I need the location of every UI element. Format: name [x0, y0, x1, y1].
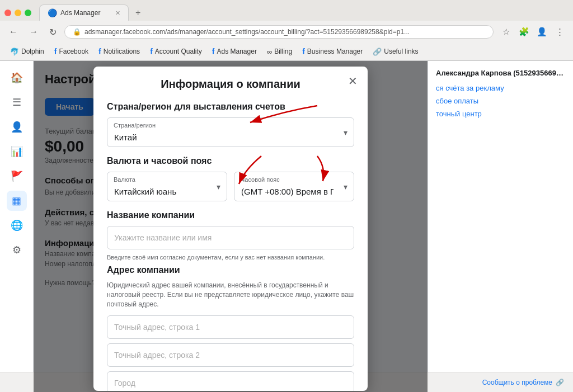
app-body: 🏠 ☰ 👤 📊 🚩 ▦ 🌐 ⚙ Настройки платежей Начат…	[0, 61, 573, 392]
right-link-3[interactable]: точный центр	[436, 110, 565, 118]
billing-icon: ∞	[267, 48, 272, 56]
bookmarks-bar: 🐬 Dolphin f Facebook f Notifications f A…	[0, 43, 573, 60]
address-section-title: Адрес компании	[107, 265, 354, 275]
sidebar: 🏠 ☰ 👤 📊 🚩 ▦ 🌐 ⚙	[0, 61, 34, 392]
bookmark-account-quality-label: Account Quality	[155, 48, 202, 55]
account-quality-icon: f	[150, 47, 153, 56]
sidebar-settings-icon[interactable]: ⚙	[7, 240, 27, 260]
currency-select-wrapper: Валюта Китайский юань ▾	[107, 172, 227, 201]
address-description: Юридический адрес вашей компании, внесён…	[107, 281, 354, 309]
tab-favicon: 🔵	[48, 8, 57, 17]
modal-overlay: Информация о компании ✕ Страна/регион дл…	[34, 61, 428, 392]
right-panel: Александра Карпова (51529356698... ся сч…	[428, 61, 573, 392]
url-bar[interactable]: 🔒 adsmanager.facebook.com/ads/manager/ac…	[64, 25, 494, 39]
extensions-icon[interactable]: 🧩	[516, 24, 532, 40]
sidebar-flag-icon[interactable]: 🚩	[7, 166, 27, 186]
window-controls	[4, 10, 31, 16]
bookmark-billing[interactable]: ∞ Billing	[262, 46, 297, 58]
timezone-select-wrapper: Часовой пояс (GMT +08:00) Время в Гонк..…	[234, 172, 354, 201]
close-window-btn[interactable]	[4, 10, 11, 16]
browser-chrome: 🔵 Ads Manager ✕ + ← → ↻ 🔒 adsmanager.fac…	[0, 0, 573, 61]
company-name-hint: Введите своё имя согласно документам, ес…	[107, 254, 354, 261]
main-content: Настройки платежей Начать Текущий баланс…	[34, 61, 428, 392]
right-link-1[interactable]: ся счёта за рекламу	[436, 84, 565, 92]
minimize-window-btn[interactable]	[15, 10, 21, 16]
url-text: adsmanager.facebook.com/ads/manager/acco…	[84, 28, 410, 36]
refresh-button[interactable]: ↻	[46, 26, 60, 39]
sidebar-billing-icon[interactable]: ▦	[7, 191, 27, 211]
toolbar-icons: ☆ 🧩 👤 ⋮	[498, 24, 567, 40]
currency-field-label: Валюта	[114, 176, 135, 183]
ads-manager-icon: f	[212, 47, 215, 56]
report-problem-link[interactable]: Сообщить о проблеме	[482, 379, 552, 386]
modal-title: Информация о компании	[107, 78, 354, 91]
address-line2-input[interactable]	[107, 343, 354, 367]
bookmark-facebook[interactable]: f Facebook	[50, 45, 93, 58]
country-select-wrapper: Страна/регион Китай ▾	[107, 117, 354, 147]
currency-section-title: Валюта и часовой пояс	[107, 156, 354, 166]
right-link-2[interactable]: сбое оплаты	[436, 97, 565, 105]
bookmark-useful-links-label: Useful links	[384, 48, 418, 55]
bookmark-dolphin[interactable]: 🐬 Dolphin	[6, 46, 49, 58]
dolphin-icon: 🐬	[10, 48, 19, 56]
facebook-icon: f	[54, 47, 57, 56]
bookmark-business-manager[interactable]: f Business Manager	[298, 45, 367, 58]
bookmark-ads-manager-label: Ads Manager	[217, 48, 257, 55]
bookmark-account-quality[interactable]: f Account Quality	[145, 45, 206, 58]
notifications-fb-icon: f	[98, 47, 101, 56]
bookmark-notifications-label: Notifications	[104, 48, 140, 55]
company-name-section-title: Название компании	[107, 210, 354, 220]
star-icon[interactable]: ☆	[498, 24, 514, 40]
timezone-field-label: Часовой пояс	[241, 176, 280, 183]
sidebar-menu-icon[interactable]: ☰	[7, 92, 27, 112]
active-tab[interactable]: 🔵 Ads Manager ✕	[39, 4, 129, 21]
bookmark-dolphin-label: Dolphin	[21, 48, 44, 55]
business-manager-icon: f	[302, 47, 305, 56]
bookmark-business-manager-label: Business Manager	[307, 48, 363, 55]
city-input[interactable]	[107, 371, 354, 391]
country-section-title: Страна/регион для выставления счетов	[107, 102, 354, 112]
forward-button[interactable]: →	[26, 26, 41, 38]
back-button[interactable]: ←	[6, 26, 21, 38]
bookmark-facebook-label: Facebook	[59, 48, 88, 55]
tab-bar: 🔵 Ads Manager ✕ +	[0, 0, 573, 21]
profile-icon[interactable]: 👤	[534, 24, 549, 40]
lock-icon: 🔒	[73, 28, 81, 36]
sidebar-profile-icon[interactable]: 👤	[7, 117, 27, 137]
bookmark-ads-manager[interactable]: f Ads Manager	[208, 45, 261, 58]
tab-title: Ads Manager	[60, 9, 100, 17]
country-field-label: Страна/регион	[114, 122, 156, 129]
right-panel-header: Александра Карпова (51529356698...	[436, 69, 565, 77]
bookmark-notifications[interactable]: f Notifications	[94, 45, 144, 58]
new-tab-button[interactable]: +	[131, 6, 145, 20]
sidebar-home-icon[interactable]: 🏠	[7, 68, 27, 88]
maximize-window-btn[interactable]	[25, 10, 31, 16]
menu-icon[interactable]: ⋮	[552, 24, 567, 40]
currency-timezone-row: Валюта Китайский юань ▾ Часовой пояс (GM…	[107, 172, 354, 201]
sidebar-globe-icon[interactable]: 🌐	[7, 215, 27, 235]
address-line1-input[interactable]	[107, 315, 354, 339]
tab-close-btn[interactable]: ✕	[115, 10, 120, 17]
bookmark-billing-label: Billing	[274, 48, 292, 55]
sidebar-analytics-icon[interactable]: 📊	[7, 141, 27, 162]
useful-links-icon: 🔗	[373, 48, 382, 56]
bookmark-useful-links[interactable]: 🔗 Useful links	[368, 46, 422, 58]
address-bar: ← → ↻ 🔒 adsmanager.facebook.com/ads/mana…	[0, 21, 573, 43]
company-name-input[interactable]	[107, 226, 354, 249]
report-icon: 🔗	[556, 379, 564, 386]
company-info-modal: Информация о компании ✕ Страна/регион дл…	[93, 67, 368, 391]
modal-close-button[interactable]: ✕	[348, 75, 358, 87]
